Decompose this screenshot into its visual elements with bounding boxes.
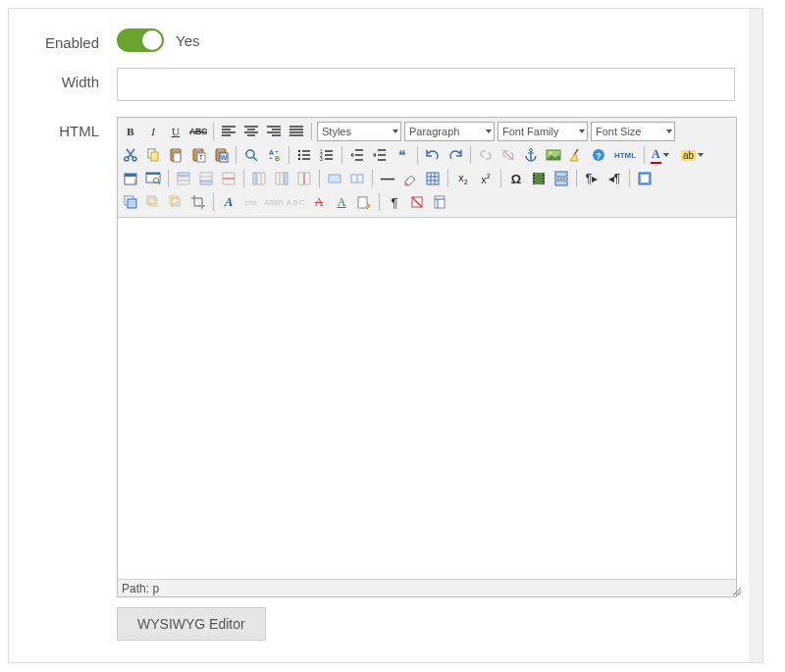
cut-button[interactable] [121, 145, 140, 165]
cite-button[interactable]: cite [241, 192, 261, 212]
link-button[interactable] [476, 145, 496, 165]
editor-resize-handle[interactable] [729, 584, 743, 597]
toolbar-row-1: B I U ABC Styles Paragraph [121, 120, 733, 143]
redo-button[interactable] [445, 145, 465, 165]
styleprops-button[interactable]: A [219, 192, 238, 212]
bold-button[interactable]: B [121, 122, 140, 141]
replace-button[interactable]: AB [264, 145, 284, 165]
paste-word-button[interactable]: W [211, 145, 231, 165]
superscript-icon: x2 [481, 173, 490, 185]
anchor-button[interactable] [521, 145, 541, 165]
visualchars-button[interactable]: ¶ [385, 192, 404, 212]
enabled-toggle[interactable] [117, 28, 164, 52]
move-backward-button[interactable] [166, 192, 185, 212]
chevron-down-icon [666, 129, 672, 133]
special-char-button[interactable]: Ω [506, 169, 526, 188]
svg-rect-120 [358, 197, 367, 208]
table-delete-col-button[interactable] [294, 169, 314, 188]
table-insert-row-before-button[interactable] [174, 169, 193, 188]
table-row-icon [176, 171, 191, 186]
svg-rect-21 [151, 152, 158, 161]
bullet-list-button[interactable] [294, 145, 314, 165]
separator [311, 123, 312, 140]
undo-button[interactable] [423, 145, 443, 165]
backcolor-icon: ab [681, 150, 696, 161]
separator [447, 170, 448, 187]
ltr-button[interactable]: ¶▸ [582, 169, 602, 188]
image-button[interactable] [544, 145, 563, 165]
svg-rect-109 [641, 175, 649, 182]
wysiwyg-toggle-button[interactable]: WYSIWYG Editor [117, 607, 266, 641]
unlink-button[interactable] [498, 145, 518, 165]
media-button[interactable] [529, 169, 549, 188]
editor-content-area[interactable] [118, 218, 736, 579]
table-merge-cells-button[interactable] [325, 169, 344, 188]
path-value[interactable]: p [152, 582, 159, 595]
preview-button[interactable] [143, 169, 163, 188]
fontfamily-select[interactable]: Font Family [497, 122, 588, 141]
broom-icon [568, 147, 584, 163]
svg-rect-24 [174, 153, 181, 162]
acronym-button[interactable]: A.B.C. [287, 192, 306, 212]
nonbreaking-button[interactable] [407, 192, 427, 212]
copy-button[interactable] [143, 145, 163, 165]
table-delete-row-button[interactable] [219, 169, 238, 188]
width-input[interactable] [117, 68, 735, 101]
outdent-button[interactable] [347, 145, 367, 165]
pagebreak-button[interactable] [551, 169, 571, 188]
remove-format-button[interactable] [400, 169, 420, 188]
table-insert-row-after-button[interactable] [196, 169, 216, 188]
scrollbar[interactable] [749, 9, 762, 662]
svg-point-56 [530, 149, 533, 152]
svg-rect-101 [544, 174, 545, 175]
svg-text:A: A [269, 149, 274, 156]
cleanup-button[interactable] [566, 145, 586, 165]
film-icon [531, 171, 547, 186]
backcolor-button[interactable]: ab [680, 145, 707, 165]
underline-button[interactable]: U [166, 122, 185, 141]
acronym-icon: A.B.C. [287, 199, 306, 206]
table-split-cells-button[interactable] [347, 169, 367, 188]
align-center-button[interactable] [241, 122, 261, 141]
paste-button[interactable] [166, 145, 185, 165]
html-source-button[interactable]: HTML [611, 145, 639, 165]
search-icon [243, 147, 259, 163]
forecolor-icon: A [651, 147, 661, 164]
help-button[interactable]: ? [589, 145, 608, 165]
move-forward-button[interactable] [143, 192, 163, 212]
styles-select[interactable]: Styles [317, 122, 401, 141]
numbered-list-button[interactable]: 123 [317, 145, 337, 165]
hr-button[interactable]: — [378, 169, 397, 188]
forecolor-button[interactable]: A [650, 145, 677, 165]
svg-rect-26 [195, 148, 201, 151]
table-insert-col-before-button[interactable] [249, 169, 269, 188]
align-justify-button[interactable] [287, 122, 306, 141]
absolute-button[interactable] [188, 192, 208, 212]
template-button[interactable] [430, 192, 449, 212]
ins-button[interactable]: A [332, 192, 351, 212]
insert-layer-button[interactable] [121, 192, 140, 212]
visual-aid-button[interactable] [423, 169, 443, 188]
align-left-button[interactable] [219, 122, 238, 141]
align-right-button[interactable] [264, 122, 284, 141]
blockquote-button[interactable]: ❝ [392, 145, 412, 165]
insert-date-button[interactable] [121, 169, 140, 188]
indent-button[interactable] [370, 145, 390, 165]
find-button[interactable] [241, 145, 261, 165]
styleprops-icon: A [225, 194, 234, 210]
strikethrough-button[interactable]: ABC [188, 122, 208, 141]
table-insert-col-after-button[interactable] [272, 169, 291, 188]
subscript-button[interactable]: x2 [453, 169, 473, 188]
superscript-button[interactable]: x2 [476, 169, 496, 188]
del-button[interactable]: A [309, 192, 329, 212]
format-select[interactable]: Paragraph [404, 122, 495, 141]
italic-button[interactable]: I [143, 122, 163, 141]
attribs-button[interactable] [354, 192, 374, 212]
svg-rect-23 [173, 148, 179, 151]
paste-text-button[interactable]: T [188, 145, 208, 165]
fontsize-select[interactable]: Font Size [591, 122, 675, 141]
rtl-button[interactable]: ◂¶ [604, 169, 624, 188]
fullscreen-button[interactable] [635, 169, 654, 188]
svg-rect-72 [178, 173, 189, 176]
abbr-button[interactable]: ABBR [264, 192, 284, 212]
